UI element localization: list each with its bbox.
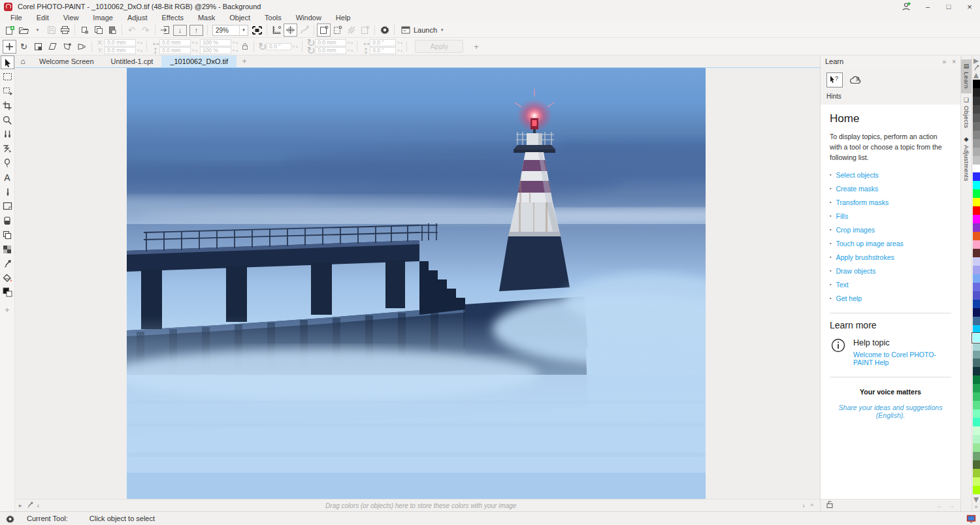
width-field[interactable]: 0.0 mm bbox=[159, 39, 191, 46]
restore-button[interactable]: □ bbox=[938, 0, 959, 13]
menu-item[interactable]: Window bbox=[289, 13, 329, 23]
palette-swatch[interactable] bbox=[973, 148, 980, 156]
palette-swatch[interactable] bbox=[973, 223, 980, 232]
palette-swatch[interactable] bbox=[973, 401, 980, 409]
shift-v-field[interactable]: 0.0 mm bbox=[315, 47, 346, 54]
minimize-button[interactable]: – bbox=[917, 0, 938, 13]
menu-item[interactable]: Help bbox=[329, 13, 358, 23]
palette-swatch[interactable] bbox=[973, 240, 980, 249]
object-transparency-tool[interactable] bbox=[1, 228, 14, 242]
palette-swatch[interactable] bbox=[973, 189, 980, 198]
toolbox-add-icon[interactable]: + bbox=[5, 305, 10, 315]
zoom-level-select[interactable]: 29% ▾ bbox=[212, 25, 248, 36]
hints-topic-link[interactable]: Text bbox=[830, 278, 951, 291]
palette-swatch[interactable] bbox=[973, 257, 980, 266]
hints-topic-link[interactable]: Touch up image areas bbox=[830, 236, 951, 250]
show-grid-button[interactable] bbox=[284, 24, 297, 37]
image-palette-more-icon[interactable]: » bbox=[810, 501, 813, 509]
y-position-field[interactable]: 0.0 mm bbox=[105, 47, 136, 54]
docker-tab[interactable]: ◆ Adjustments bbox=[961, 133, 972, 186]
zoom-tool[interactable] bbox=[1, 113, 14, 127]
palette-swatch[interactable] bbox=[973, 274, 980, 283]
palette-swatch[interactable] bbox=[973, 308, 980, 317]
account-icon[interactable] bbox=[895, 0, 917, 13]
palette-swatch[interactable] bbox=[973, 139, 980, 148]
palette-swatch[interactable] bbox=[973, 88, 980, 97]
menu-item[interactable]: Image bbox=[86, 13, 120, 23]
palette-flyout-icon[interactable]: ▸ bbox=[973, 57, 979, 64]
eyedropper-tool[interactable] bbox=[1, 257, 14, 270]
scale-y-field[interactable]: 100 % bbox=[200, 47, 231, 54]
docker-close-icon[interactable]: × bbox=[952, 58, 956, 65]
palette-scroll-down-icon[interactable]: ▾ bbox=[973, 496, 979, 503]
export-up-button[interactable]: ↑ bbox=[189, 25, 203, 36]
palette-swatch[interactable] bbox=[973, 300, 980, 308]
propbar-add-icon[interactable]: + bbox=[468, 42, 484, 52]
options-gear-icon[interactable] bbox=[378, 24, 391, 37]
palette-expand-icon[interactable]: » bbox=[974, 503, 977, 510]
palette-swatch[interactable] bbox=[973, 426, 980, 435]
palette-swatch[interactable] bbox=[973, 418, 980, 426]
open-dropdown-icon[interactable]: ▾ bbox=[31, 24, 44, 37]
distort-mode-button[interactable] bbox=[60, 40, 74, 54]
paste-button[interactable] bbox=[105, 24, 119, 37]
palette-swatch[interactable] bbox=[973, 181, 980, 189]
palette-swatch[interactable] bbox=[973, 443, 980, 452]
palette-swatch[interactable] bbox=[973, 80, 980, 88]
palette-swatch[interactable] bbox=[973, 122, 980, 131]
foreground-background-swatches[interactable] bbox=[1, 285, 14, 299]
menu-item[interactable]: Tools bbox=[257, 13, 289, 23]
hints-topic-link[interactable]: Get help bbox=[830, 291, 951, 305]
copy-button[interactable] bbox=[91, 24, 105, 37]
palette-scroll-up-icon[interactable]: ▴ bbox=[973, 71, 979, 78]
image-palette-next-icon[interactable]: › bbox=[802, 501, 805, 509]
scale-mode-button[interactable] bbox=[31, 40, 45, 54]
status-gear-icon[interactable] bbox=[5, 514, 15, 524]
rectangle-shape-tool[interactable] bbox=[1, 199, 14, 213]
palette-swatch[interactable] bbox=[973, 131, 980, 139]
lock-ratio-icon[interactable] bbox=[240, 40, 250, 52]
docker-collapse-icon[interactable]: » bbox=[943, 58, 947, 65]
palette-swatch[interactable] bbox=[973, 477, 980, 486]
menu-item[interactable]: Edit bbox=[29, 13, 56, 23]
image-palette-flyout-icon[interactable]: ▸ bbox=[19, 502, 22, 509]
menu-item[interactable]: File bbox=[3, 13, 29, 23]
palette-swatch[interactable] bbox=[973, 342, 980, 351]
palette-swatch[interactable] bbox=[973, 317, 980, 325]
palette-swatch[interactable] bbox=[973, 384, 980, 392]
document-tab[interactable]: Welcome Screen bbox=[31, 56, 103, 67]
mask-transform-tool[interactable] bbox=[1, 84, 14, 98]
palette-swatch[interactable] bbox=[973, 232, 980, 240]
hints-topic-link[interactable]: Draw objects bbox=[830, 264, 951, 278]
rotate-mode-button[interactable]: ↻ bbox=[17, 40, 31, 54]
palette-swatch[interactable] bbox=[973, 460, 980, 469]
docker-tab[interactable]: ❏ Objects bbox=[961, 93, 972, 133]
palette-swatch[interactable] bbox=[973, 266, 980, 274]
palette-swatch[interactable] bbox=[973, 172, 980, 181]
skew-v-field[interactable]: 0.0 ° bbox=[370, 47, 396, 54]
fullscreen-preview-button[interactable] bbox=[250, 24, 264, 37]
hints-topic-link[interactable]: Transform masks bbox=[830, 195, 951, 209]
clone-tool[interactable] bbox=[1, 127, 14, 141]
hints-topic-link[interactable]: Apply brushstrokes bbox=[830, 250, 951, 264]
open-button[interactable] bbox=[16, 24, 30, 37]
palette-swatch[interactable] bbox=[973, 165, 980, 173]
docker-tab[interactable]: ▤ Learn bbox=[961, 59, 972, 93]
export-down-button[interactable]: ↓ bbox=[173, 25, 187, 36]
hints-mode-button[interactable]: ? bbox=[826, 72, 843, 88]
palette-swatch[interactable] bbox=[973, 435, 980, 443]
document-tab[interactable]: _1010062_DxO.tif bbox=[161, 56, 237, 67]
perspective-mode-button[interactable] bbox=[74, 40, 88, 54]
fill-tool[interactable] bbox=[1, 271, 14, 285]
display-color-icon[interactable] bbox=[966, 515, 976, 523]
menu-item[interactable]: View bbox=[56, 13, 86, 23]
healing-clone-tool[interactable] bbox=[1, 156, 14, 170]
palette-swatch[interactable] bbox=[973, 105, 980, 114]
palette-swatch[interactable] bbox=[973, 392, 980, 401]
document-tab[interactable]: Untitled-1.cpt bbox=[103, 56, 162, 67]
palette-swatch[interactable] bbox=[973, 206, 980, 215]
palette-swatch[interactable] bbox=[973, 469, 980, 477]
text-tool[interactable]: A bbox=[1, 170, 14, 184]
explore-online-button[interactable] bbox=[847, 72, 864, 88]
position-mode-button[interactable] bbox=[3, 40, 16, 54]
